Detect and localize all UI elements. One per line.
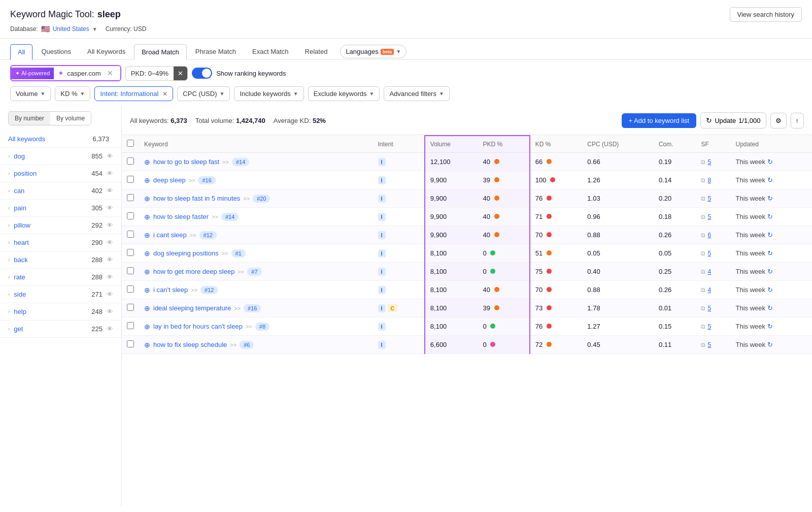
sf-copy-icon[interactable]: ⧉ [701,158,705,166]
refresh-row-icon[interactable]: ↻ [767,231,773,239]
sf-number[interactable]: 6 [707,232,711,239]
refresh-row-icon[interactable]: ↻ [767,268,773,275]
refresh-row-icon[interactable]: ↻ [767,286,773,294]
expand-keyword-icon[interactable]: ⊕ [144,323,150,331]
keyword-link[interactable]: how to sleep faster [153,213,209,220]
row-checkbox[interactable] [127,285,134,293]
expand-keyword-icon[interactable]: ⊕ [144,195,150,203]
export-button[interactable]: ↑ [791,113,804,129]
sf-copy-icon[interactable]: ⧉ [701,195,705,202]
row-checkbox-cell[interactable] [122,171,139,189]
row-checkbox[interactable] [127,340,134,347]
sf-number[interactable]: 5 [707,341,711,348]
eye-icon[interactable]: 👁 [107,152,113,160]
volume-column-header[interactable]: Volume [425,136,478,153]
refresh-row-icon[interactable]: ↻ [767,176,773,184]
sidebar-item[interactable]: › rate 288 👁 [0,269,121,286]
select-all-header[interactable] [122,136,139,153]
refresh-row-icon[interactable]: ↻ [767,195,773,202]
expand-keyword-icon[interactable]: ⊕ [144,304,150,312]
keyword-link[interactable]: i cant sleep [153,231,187,239]
tab-all-keywords[interactable]: All Keywords [80,44,133,59]
update-button[interactable]: ↻ Update 1/1,000 [700,112,766,129]
sidebar-item[interactable]: › heart 290 👁 [0,234,121,251]
row-checkbox-cell[interactable] [122,189,139,208]
row-checkbox-cell[interactable] [122,208,139,226]
tab-phrase-match[interactable]: Phrase Match [188,44,244,59]
refresh-row-icon[interactable]: ↻ [767,323,773,330]
sidebar-item[interactable]: › back 288 👁 [0,251,121,269]
sf-number[interactable]: 5 [707,305,711,312]
kd-filter[interactable]: KD % ▼ [55,86,90,101]
eye-icon[interactable]: 👁 [107,239,113,246]
sf-copy-icon[interactable]: ⧉ [701,323,705,330]
expand-keyword-icon[interactable]: ⊕ [144,213,150,221]
sidebar-item[interactable]: › pillow 292 👁 [0,217,121,234]
sf-number[interactable]: 5 [707,158,711,166]
refresh-row-icon[interactable]: ↻ [767,249,773,257]
updated-column-header[interactable]: Updated [731,136,813,153]
row-checkbox-cell[interactable] [122,299,139,317]
row-checkbox[interactable] [127,157,134,165]
sf-number[interactable]: 5 [707,195,711,202]
sort-by-number-button[interactable]: By number [9,112,50,125]
intent-column-header[interactable]: Intent [373,136,425,153]
chevron-down-icon[interactable]: ▼ [92,26,97,32]
ranking-keywords-toggle[interactable]: Show ranking keywords [192,68,286,79]
refresh-row-icon[interactable]: ↻ [767,341,773,348]
expand-keyword-icon[interactable]: ⊕ [144,341,150,349]
keyword-link[interactable]: deep sleep [153,176,186,184]
ai-input-clear-button[interactable]: ✕ [104,69,116,77]
database-link[interactable]: United States [53,25,89,33]
eye-icon[interactable]: 👁 [107,273,113,281]
sidebar-item[interactable]: › pain 305 👁 [0,200,121,217]
eye-icon[interactable]: 👁 [107,291,113,298]
pkd-column-header[interactable]: PKD % [478,136,529,153]
refresh-row-icon[interactable]: ↻ [767,158,773,166]
keyword-link[interactable]: how to go to sleep fast [153,158,219,166]
intent-filter-close[interactable]: ✕ [162,90,167,98]
settings-button[interactable]: ⚙ [770,113,787,129]
row-checkbox-cell[interactable] [122,317,139,336]
sort-by-volume-button[interactable]: By volume [50,112,91,125]
advanced-filters[interactable]: Advanced filters ▼ [384,86,449,101]
eye-icon[interactable]: 👁 [107,221,113,229]
eye-icon[interactable]: 👁 [107,256,113,264]
keyword-link[interactable]: how to get more deep sleep [153,268,234,275]
row-checkbox-cell[interactable] [122,244,139,263]
sidebar-all-keywords[interactable]: All keywords 6,373 [0,131,121,148]
keyword-column-header[interactable]: Keyword [139,136,373,153]
pkd-clear-button[interactable]: ✕ [174,67,187,80]
expand-keyword-icon[interactable]: ⊕ [144,231,150,239]
refresh-row-icon[interactable]: ↻ [767,304,773,312]
cpc-filter[interactable]: CPC (USD) ▼ [177,86,230,101]
sf-copy-icon[interactable]: ⧉ [701,268,705,275]
row-checkbox-cell[interactable] [122,226,139,244]
sidebar-item[interactable]: › can 402 👁 [0,182,121,200]
expand-keyword-icon[interactable]: ⊕ [144,268,150,276]
eye-icon[interactable]: 👁 [107,308,113,315]
sf-copy-icon[interactable]: ⧉ [701,213,705,220]
tab-all[interactable]: All [10,44,32,60]
keyword-link[interactable]: ideal sleeping temperature [153,304,231,312]
sf-copy-icon[interactable]: ⧉ [701,177,705,184]
sf-copy-icon[interactable]: ⧉ [701,232,705,239]
kd-column-header[interactable]: KD % [530,136,582,153]
add-to-keyword-list-button[interactable]: + Add to keyword list [622,113,697,128]
eye-icon[interactable]: 👁 [107,170,113,177]
sidebar-item[interactable]: › dog 855 👁 [0,148,121,165]
sidebar-item[interactable]: › side 271 👁 [0,286,121,303]
intent-filter[interactable]: Intent: Informational ✕ [94,86,173,101]
expand-keyword-icon[interactable]: ⊕ [144,158,150,166]
view-history-button[interactable]: View search history [730,7,802,22]
eye-icon[interactable]: 👁 [107,204,113,212]
keyword-link[interactable]: i can't sleep [153,286,188,294]
tab-related[interactable]: Related [297,44,335,59]
keyword-link[interactable]: lay in bed for hours can't sleep [153,323,243,330]
expand-keyword-icon[interactable]: ⊕ [144,286,150,294]
ai-input-value[interactable]: casper.com [67,70,100,77]
toggle-switch[interactable] [192,68,212,79]
expand-keyword-icon[interactable]: ⊕ [144,176,150,184]
row-checkbox-cell[interactable] [122,263,139,281]
expand-keyword-icon[interactable]: ⊕ [144,249,150,258]
